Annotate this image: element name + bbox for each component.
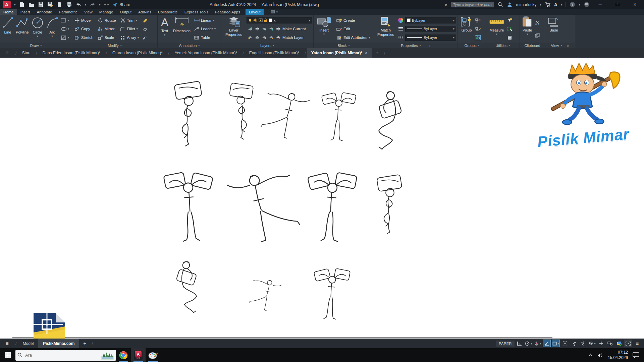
customization-menu-icon[interactable]: ≡	[633, 340, 641, 347]
ribbon-tab-parametric[interactable]: Parametric	[56, 9, 81, 15]
layout-switch-icon[interactable]	[271, 10, 275, 13]
autodesk-account-icon[interactable]: A	[554, 2, 557, 7]
isolate-objects-icon[interactable]	[606, 340, 614, 347]
taskbar-chrome-icon[interactable]	[116, 348, 131, 362]
ellipse-tool-icon[interactable]	[61, 26, 66, 32]
arc-button[interactable]: Arc ▾	[46, 16, 59, 42]
feedback-icon[interactable]	[584, 2, 590, 8]
linetype-select[interactable]: ByLayer ▾	[405, 35, 456, 41]
save-icon[interactable]	[38, 2, 44, 8]
linear-dimension-button[interactable]: Linear▾	[193, 17, 216, 23]
plot-icon[interactable]	[66, 2, 72, 8]
selection-cycling-icon[interactable]	[561, 340, 569, 347]
help-search-input[interactable]	[451, 2, 494, 7]
quick-calculator-icon[interactable]	[507, 35, 513, 40]
stretch-button[interactable]: Stretch	[73, 35, 94, 41]
quick-select-icon[interactable]	[507, 18, 513, 23]
autocad-app-icon[interactable]: A	[3, 1, 11, 8]
leader-button[interactable]: Leader▾	[193, 26, 216, 32]
panel-title-block[interactable]: Block▾	[314, 43, 374, 48]
hatch-tool-icon[interactable]	[61, 35, 66, 40]
settings-gear-icon[interactable]: ▾	[588, 340, 596, 347]
tray-chevron-icon[interactable]	[588, 354, 593, 357]
sleeping-figure-5[interactable]	[366, 87, 411, 153]
object-snap-icon[interactable]: ▾	[552, 340, 560, 347]
redo-icon[interactable]	[90, 2, 96, 8]
ribbon-tab-featured-apps[interactable]: Featured Apps	[212, 9, 244, 15]
circle-button[interactable]: Circle ▾	[31, 16, 45, 42]
lineweight-icon[interactable]	[398, 26, 404, 32]
file-tab-oturan[interactable]: Oturan İnsan (Pislik Mimar)*	[108, 48, 167, 58]
ribbon-tab-view[interactable]: View	[81, 9, 96, 15]
annotation-visibility-icon[interactable]	[570, 340, 578, 347]
model-tab[interactable]: Model	[18, 339, 39, 348]
undo-caret-icon[interactable]: ▾	[85, 3, 87, 6]
search-highlight-thumbnail[interactable]	[101, 351, 114, 360]
select-similar-icon[interactable]	[507, 26, 513, 32]
file-tab-yemek-yapan[interactable]: Yemek Yapan İnsan (Pislik Mimar)*	[171, 48, 241, 58]
redo-caret-icon[interactable]: ▾	[99, 3, 101, 6]
trim-button[interactable]: Trim▾	[119, 17, 140, 23]
create-block-button[interactable]: Create	[336, 17, 371, 23]
user-menu-caret-icon[interactable]: ▾	[540, 3, 541, 6]
panel-title-annotation[interactable]: Annotation▾	[158, 43, 221, 48]
dimension-button[interactable]: Dimension	[172, 16, 191, 42]
panel-title-properties[interactable]: Properties▾»	[374, 43, 458, 48]
save-as-icon[interactable]	[47, 2, 53, 8]
base-button[interactable]: Base	[546, 16, 561, 42]
array-button[interactable]: Array▾	[119, 35, 140, 41]
linetype-icon[interactable]	[398, 35, 404, 40]
file-tab-yatan-active[interactable]: Yatan İnsan (Pislik Mimar)* ×	[307, 48, 372, 58]
new-layout-button[interactable]: +	[79, 339, 90, 348]
taskbar-search[interactable]	[15, 350, 116, 361]
help-caret-icon[interactable]: ▾	[579, 3, 580, 6]
layout-tab-pislikmimar[interactable]: PislikMimar.com	[38, 339, 79, 348]
sleeping-figure-6[interactable]	[161, 169, 215, 246]
cut-icon[interactable]	[534, 20, 540, 25]
copy-button[interactable]: Copy	[73, 26, 94, 32]
open-folder-icon[interactable]	[29, 2, 35, 8]
close-button[interactable]: ×	[628, 0, 642, 9]
layout-mode-button[interactable]: Layout	[246, 9, 264, 15]
ribbon-tab-home[interactable]: Home	[0, 9, 17, 15]
sleeping-figure-9[interactable]	[372, 171, 408, 240]
sleeping-figure-1[interactable]	[169, 80, 208, 149]
drawing-canvas[interactable]: Pislik Mimar .dwg DOWNLOAD	[0, 58, 644, 339]
edit-attributes-button[interactable]: Edit Attributes▾	[336, 35, 371, 41]
group-edit-icon[interactable]	[475, 26, 481, 32]
username[interactable]: mimarlucky	[516, 2, 537, 7]
fillet-button[interactable]: Fillet▾	[119, 26, 140, 32]
sleeping-figure-11[interactable]	[248, 252, 284, 338]
move-button[interactable]: Move	[73, 17, 94, 23]
scale-button[interactable]: Scale	[97, 35, 116, 41]
snap-mode-icon[interactable]: ▾	[534, 340, 542, 347]
ribbon-tab-express-tools[interactable]: Express Tools	[181, 9, 212, 15]
app-menu-caret-icon[interactable]: ▾	[14, 3, 16, 6]
autodesk-caret-icon[interactable]: ▾	[561, 3, 562, 6]
windows-start-button[interactable]	[0, 348, 15, 362]
panel-title-utilities[interactable]: Utilities▾	[486, 43, 520, 48]
ribbon-tab-insert[interactable]: Insert	[17, 9, 34, 15]
panel-title-view[interactable]: View▾»	[545, 43, 575, 48]
export-icon[interactable]	[57, 2, 63, 8]
color-wheel-icon[interactable]	[398, 18, 404, 23]
object-color-select[interactable]: ByLayer ▾	[405, 17, 456, 23]
match-layer-button[interactable]: Match Layer	[247, 35, 312, 41]
make-current-button[interactable]: Make Current	[247, 26, 312, 32]
panel-title-groups[interactable]: Groups▾	[458, 43, 486, 48]
ribbon-tab-annotate[interactable]: Annotate	[33, 9, 55, 15]
panel-title-clipboard[interactable]: Clipboard	[520, 43, 545, 48]
panel-title-draw[interactable]: Draw▾	[0, 43, 72, 48]
sleeping-figure-7[interactable]	[222, 169, 304, 245]
layout-menu-icon[interactable]: ≡	[0, 339, 14, 348]
layer-select-caret-icon[interactable]: ▾	[309, 19, 310, 22]
erase-icon[interactable]	[142, 18, 148, 23]
file-tab-start[interactable]: Start	[18, 48, 35, 58]
share-button[interactable]: Share	[112, 2, 130, 7]
ribbon-tab-collaborate[interactable]: Collaborate	[155, 9, 181, 15]
panel-title-layers[interactable]: Layers▾	[221, 43, 313, 48]
layer-select[interactable]: x ▾	[247, 17, 312, 23]
taskbar-search-input[interactable]	[25, 353, 98, 358]
user-avatar-icon[interactable]	[507, 2, 513, 8]
sleeping-figure-8[interactable]	[306, 170, 360, 246]
